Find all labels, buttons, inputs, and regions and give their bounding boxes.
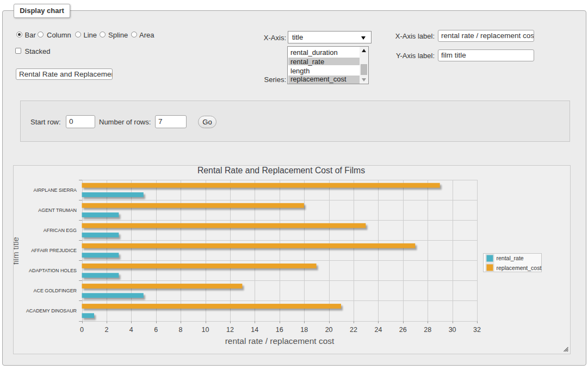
svg-text:2: 2 xyxy=(104,326,108,334)
svg-text:16: 16 xyxy=(276,326,283,334)
svg-text:32: 32 xyxy=(473,326,481,334)
svg-text:20: 20 xyxy=(325,326,333,334)
svg-text:rental rate / replacement cost: rental rate / replacement cost xyxy=(225,336,335,346)
svg-text:30: 30 xyxy=(449,326,456,334)
svg-text:AFRICAN EGG: AFRICAN EGG xyxy=(44,228,77,233)
svg-text:18: 18 xyxy=(300,326,308,334)
svg-text:AGENT TRUMAN: AGENT TRUMAN xyxy=(38,208,77,213)
svg-text:14: 14 xyxy=(251,326,258,334)
svg-text:Rental Rate and Replacement Co: Rental Rate and Replacement Cost of Film… xyxy=(197,166,365,175)
svg-text:22: 22 xyxy=(350,326,357,334)
svg-text:26: 26 xyxy=(399,326,407,334)
svg-text:6: 6 xyxy=(154,326,158,334)
svg-text:24: 24 xyxy=(374,326,382,334)
svg-text:rental_rate: rental_rate xyxy=(497,255,524,261)
svg-text:0: 0 xyxy=(80,326,84,334)
svg-text:ADAPTATION HOLES: ADAPTATION HOLES xyxy=(29,268,77,273)
svg-text:ACADEMY DINOSAUR: ACADEMY DINOSAUR xyxy=(26,308,77,313)
svg-text:8: 8 xyxy=(179,326,183,334)
svg-text:AFFAIR PREJUDICE: AFFAIR PREJUDICE xyxy=(31,248,77,253)
svg-text:10: 10 xyxy=(202,326,209,334)
svg-text:28: 28 xyxy=(424,326,431,334)
svg-text:film title: film title xyxy=(14,237,20,265)
svg-text:ACE GOLDFINGER: ACE GOLDFINGER xyxy=(34,288,77,293)
svg-text:AIRPLANE SIERRA: AIRPLANE SIERRA xyxy=(34,187,77,193)
svg-text:12: 12 xyxy=(226,326,234,334)
svg-text:replacement_cost: replacement_cost xyxy=(497,265,542,271)
svg-text:4: 4 xyxy=(129,326,133,334)
